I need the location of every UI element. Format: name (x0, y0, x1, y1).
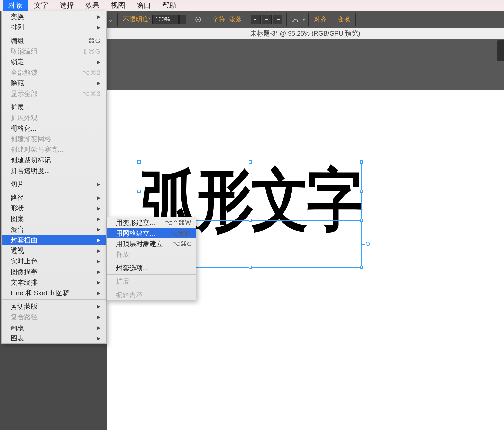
object-menu-item: 全部解锁⌥⌘2 (2, 67, 106, 78)
submenu-arrow-icon: ▶ (97, 206, 100, 211)
object-menu-item[interactable]: 实时上色▶ (2, 256, 106, 266)
opacity-field[interactable]: 100% (152, 15, 179, 24)
menubar-item-window[interactable]: 窗口 (131, 0, 157, 12)
menu-item-label: 混合 (11, 225, 24, 234)
menu-item-label: 图表 (11, 334, 24, 343)
object-menu-item[interactable]: 图像描摹▶ (2, 266, 106, 277)
text-out-port[interactable] (366, 242, 370, 246)
menu-item-label: 拼合透明度... (11, 166, 50, 175)
menubar-item-effect[interactable]: 效果 (80, 0, 105, 12)
menu-item-label: 锁定 (11, 57, 24, 66)
menu-separator (2, 299, 106, 300)
object-menu-item[interactable]: 透视▶ (2, 245, 106, 256)
submenu-arrow-icon: ▶ (97, 336, 100, 341)
menu-item-label: 用变形建立... (116, 218, 155, 227)
menu-item-label: 创建对象马赛克... (11, 145, 64, 154)
menu-separator (107, 288, 196, 288)
svg-point-1 (197, 19, 199, 20)
envelope-submenu-item[interactable]: 用网格建立...⌥⌘M (107, 228, 196, 238)
character-panel-link[interactable]: 字符 (212, 15, 225, 24)
menu-separator (2, 177, 106, 177)
panel-collapse-handle[interactable] (497, 40, 504, 61)
menu-item-label: 编组 (11, 36, 24, 45)
menu-item-label: 显示全部 (11, 89, 38, 98)
object-menu-item[interactable]: 图表▶ (2, 333, 106, 343)
separator (332, 13, 332, 26)
transform-panel-link[interactable]: 变换 (337, 15, 350, 24)
align-panel-link[interactable]: 对齐 (314, 15, 327, 24)
submenu-arrow-icon: ▶ (97, 195, 100, 200)
menu-item-label: 取消编组 (11, 47, 38, 56)
object-menu-item[interactable]: 变换▶ (2, 11, 106, 22)
envelope-submenu-item[interactable]: 用变形建立...⌥⇧⌘W (107, 217, 196, 228)
menu-item-label: 扩展外观 (11, 113, 38, 122)
object-menu-item[interactable]: 画板▶ (2, 322, 106, 333)
menu-item-label: 隐藏 (11, 79, 24, 88)
resize-handle[interactable] (360, 266, 363, 269)
menu-item-label: 图像描摹 (11, 267, 38, 276)
submenu-arrow-icon: ▶ (97, 182, 100, 187)
menu-item-label: 画板 (11, 323, 24, 332)
opacity-stepper[interactable] (179, 15, 186, 24)
menu-item-label: Line 和 Sketch 图稿 (11, 288, 70, 297)
object-menu-item[interactable]: 封套扭曲▶ (2, 235, 106, 245)
menu-shortcut: ⇧⌘G (83, 47, 100, 55)
separator (117, 13, 118, 26)
object-menu-item[interactable]: 编组⌘G (2, 35, 106, 46)
menu-item-label: 路径 (11, 193, 24, 202)
object-menu-item[interactable]: 锁定▶ (2, 56, 106, 67)
menu-item-label: 用网格建立... (116, 229, 155, 238)
object-menu-item[interactable]: 形状▶ (2, 203, 106, 213)
resize-handle[interactable] (360, 190, 363, 193)
paragraph-panel-link[interactable]: 段落 (229, 15, 242, 24)
menubar-item-help[interactable]: 帮助 (157, 0, 182, 12)
menu-item-label: 编辑内容 (116, 290, 143, 299)
menu-item-label: 复合路径 (11, 313, 38, 322)
resize-handle[interactable] (137, 160, 141, 164)
envelope-distort-submenu: 用变形建立...⌥⇧⌘W用网格建立...⌥⌘M用顶层对象建立⌥⌘C释放封套选项.… (107, 217, 196, 300)
object-menu-item[interactable]: 路径▶ (2, 192, 106, 203)
resize-handle[interactable] (360, 160, 363, 164)
menubar-item-object[interactable]: 对象 (3, 0, 28, 12)
menu-shortcut: ⌥⌘C (173, 240, 192, 248)
object-menu-item: 创建对象马赛克... (2, 144, 106, 155)
menubar-item-type[interactable]: 文字 (28, 0, 54, 12)
warp-icon[interactable] (291, 15, 300, 24)
resize-handle[interactable] (249, 160, 252, 164)
object-menu-item[interactable]: 混合▶ (2, 224, 106, 235)
chevron-down-icon[interactable]: ⌄ (107, 16, 114, 23)
envelope-submenu-item[interactable]: 用顶层对象建立⌥⌘C (107, 238, 196, 249)
submenu-arrow-icon: ▶ (97, 216, 100, 221)
object-menu-item[interactable]: 图案▶ (2, 213, 106, 224)
object-menu: 变换▶排列▶编组⌘G取消编组⇧⌘G锁定▶全部解锁⌥⌘2隐藏▶显示全部⌥⌘3扩展.… (1, 11, 107, 344)
recolor-icon[interactable] (193, 15, 203, 24)
align-right-icon[interactable] (273, 15, 282, 24)
resize-handle[interactable] (137, 190, 141, 193)
object-menu-item[interactable]: 排列▶ (2, 22, 106, 32)
menubar-item-view[interactable]: 视图 (105, 0, 131, 12)
control-bar: ⌄ 不透明度: 100% 字符 段落 对齐 变换 (107, 11, 504, 28)
menubar-item-select[interactable]: 选择 (54, 0, 80, 12)
menu-item-label: 全部解锁 (11, 68, 38, 77)
menu-item-label: 透视 (11, 246, 24, 255)
object-menu-item[interactable]: 拼合透明度... (2, 165, 106, 176)
menubar: 对象 文字 选择 效果 视图 窗口 帮助 (0, 0, 504, 11)
object-menu-item: 取消编组⇧⌘G (2, 46, 106, 56)
object-menu-item[interactable]: 切片▶ (2, 179, 106, 189)
align-center-icon[interactable] (262, 15, 272, 24)
object-menu-item[interactable]: 创建裁切标记 (2, 155, 106, 165)
warp-dropdown-arrow[interactable] (302, 19, 305, 21)
object-menu-item[interactable]: 扩展... (2, 102, 106, 112)
menu-item-label: 封套扭曲 (11, 236, 38, 245)
object-menu-item[interactable]: 文本绕排▶ (2, 277, 106, 288)
opacity-label[interactable]: 不透明度: (123, 15, 151, 24)
align-left-icon[interactable] (251, 15, 261, 24)
resize-handle[interactable] (249, 266, 252, 269)
menu-item-label: 创建裁切标记 (11, 156, 51, 165)
object-menu-item[interactable]: 隐藏▶ (2, 78, 106, 88)
object-menu-item[interactable]: 剪切蒙版▶ (2, 301, 106, 312)
object-menu-item[interactable]: 栅格化... (2, 123, 106, 133)
object-menu-item: 扩展外观 (2, 112, 106, 123)
object-menu-item[interactable]: Line 和 Sketch 图稿▶ (2, 288, 106, 298)
envelope-submenu-item[interactable]: 封套选项... (107, 262, 196, 273)
